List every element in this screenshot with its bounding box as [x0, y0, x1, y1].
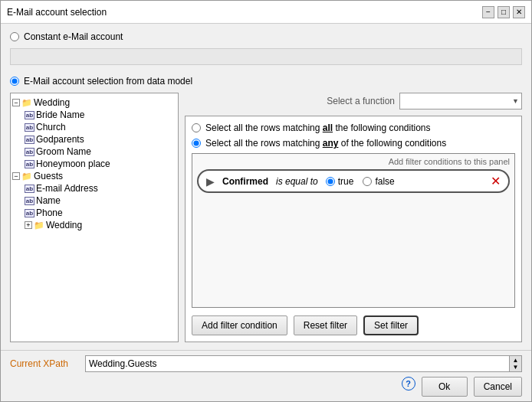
field-icon-name: ab: [25, 197, 34, 205]
filter-any-suffix: of the following conditions: [338, 138, 446, 149]
filter-all-highlight: all: [323, 123, 333, 133]
tree-item-name[interactable]: ab Name: [11, 194, 178, 207]
field-icon-bride: ab: [25, 111, 34, 119]
tree-item-godparents[interactable]: ab Godparents: [11, 133, 178, 145]
xpath-input[interactable]: [85, 355, 510, 372]
tree-item-email[interactable]: ab E-mail Address: [11, 182, 178, 194]
xpath-input-wrap: ▲ ▼: [85, 355, 522, 372]
filter-any-prefix: Select all the rows matching: [205, 138, 323, 149]
filter-all-radio[interactable]: [192, 123, 201, 132]
close-button[interactable]: ✕: [513, 6, 525, 18]
tree-label-honeymoon: Honeymoon place: [36, 159, 110, 169]
constant-email-input-box: [10, 48, 522, 65]
filter-all-label: Select all the rows matching all the fol…: [205, 123, 431, 133]
condition-row: ▶ Confirmed is equal to true fal: [197, 169, 510, 193]
tree-item-guests[interactable]: − 📁 Guests: [11, 170, 178, 182]
condition-false-label: false: [375, 176, 394, 187]
folder-icon-wedding: 📁: [21, 97, 32, 108]
main-content: Constant e-Mail account E-Mail account s…: [1, 24, 531, 350]
function-select-wrap: [399, 93, 522, 109]
condition-op: is equal to: [276, 176, 318, 187]
tree-label-godparents: Godparents: [36, 134, 84, 145]
cancel-button[interactable]: Cancel: [474, 377, 522, 397]
constant-email-row: Constant e-Mail account: [10, 31, 522, 42]
tree-item-church[interactable]: ab Church: [11, 121, 178, 133]
tree-panel[interactable]: − 📁 Wedding ab Bride Name ab Church ab: [10, 93, 179, 342]
condition-arrow-icon: ▶: [206, 175, 215, 188]
xpath-scroll[interactable]: ▲ ▼: [510, 355, 522, 372]
field-icon-email: ab: [25, 185, 34, 193]
scroll-down-icon[interactable]: ▼: [513, 364, 519, 371]
xpath-label: Current XPath: [10, 358, 79, 369]
constant-email-label: Constant e-Mail account: [24, 31, 123, 42]
model-email-row: E-Mail account selection from data model: [10, 76, 522, 87]
tree-item-wedding2[interactable]: + 📁 Wedding: [11, 219, 178, 231]
tree-label-groom: Groom Name: [36, 146, 91, 157]
main-window: E-Mail account selection − □ ✕ Constant …: [0, 0, 532, 402]
condition-false-radio[interactable]: [363, 177, 372, 186]
field-icon-godparents: ab: [25, 136, 34, 144]
expand-icon-wedding2[interactable]: +: [25, 221, 32, 229]
tree-item-wedding[interactable]: − 📁 Wedding: [11, 96, 178, 109]
tree-label-email: E-mail Address: [36, 183, 98, 194]
model-email-label: E-Mail account selection from data model: [24, 76, 192, 87]
function-select[interactable]: [399, 93, 522, 109]
condition-values: true false: [326, 176, 483, 187]
constant-email-radio[interactable]: [10, 32, 19, 41]
filter-panel: Select all the rows matching all the fol…: [185, 116, 522, 342]
condition-false-radio-wrap: false: [363, 176, 394, 187]
filter-all-suffix: the following conditions: [333, 123, 430, 133]
help-button[interactable]: ?: [402, 377, 415, 391]
set-filter-button[interactable]: Set filter: [363, 315, 419, 335]
ok-button[interactable]: Ok: [422, 377, 468, 397]
ok-cancel-row: ? Ok Cancel: [10, 377, 522, 397]
tree-item-bride[interactable]: ab Bride Name: [11, 109, 178, 121]
titlebar-buttons: − □ ✕: [482, 6, 525, 18]
bottom-bar: Current XPath ▲ ▼ ? Ok Cancel: [1, 350, 531, 401]
right-panel: Select a function Select all the rows ma…: [185, 93, 522, 342]
model-email-radio[interactable]: [10, 77, 19, 86]
tree-label-name: Name: [36, 195, 61, 206]
field-icon-church: ab: [25, 123, 34, 132]
folder-icon-wedding2: 📁: [34, 220, 44, 230]
main-area: − 📁 Wedding ab Bride Name ab Church ab: [10, 93, 522, 342]
expand-icon-wedding[interactable]: −: [12, 99, 20, 106]
tree-item-groom[interactable]: ab Groom Name: [11, 145, 178, 158]
field-icon-groom: ab: [25, 148, 34, 156]
condition-field: Confirmed: [222, 176, 268, 187]
tree-label-wedding2: Wedding: [46, 220, 82, 230]
titlebar: E-Mail account selection − □ ✕: [1, 1, 531, 24]
reset-filter-button[interactable]: Reset filter: [294, 315, 357, 335]
xpath-row: Current XPath ▲ ▼: [10, 355, 522, 372]
function-row: Select a function: [185, 93, 522, 109]
filter-conditions-label: Add filter conditions to this panel: [197, 157, 510, 166]
tree-label-phone: Phone: [36, 208, 63, 218]
condition-delete-button[interactable]: ✕: [491, 174, 501, 188]
condition-true-radio[interactable]: [326, 177, 335, 186]
window-title: E-Mail account selection: [7, 7, 107, 18]
filter-radio-any-row: Select all the rows matching any of the …: [192, 138, 515, 149]
expand-icon-guests[interactable]: −: [12, 172, 20, 180]
filter-any-highlight: any: [323, 138, 339, 149]
field-icon-honeymoon: ab: [25, 160, 34, 168]
tree-label-guests: Guests: [34, 171, 63, 181]
tree-item-honeymoon[interactable]: ab Honeymoon place: [11, 158, 178, 170]
filter-radio-all-row: Select all the rows matching all the fol…: [192, 123, 515, 133]
condition-true-radio-wrap: true: [326, 176, 354, 187]
add-filter-button[interactable]: Add filter condition: [192, 315, 287, 335]
filter-buttons: Add filter condition Reset filter Set fi…: [192, 315, 515, 335]
minimize-button[interactable]: −: [482, 6, 494, 18]
filter-any-radio[interactable]: [192, 139, 201, 148]
function-label: Select a function: [327, 96, 395, 106]
filter-all-prefix: Select all the rows matching: [205, 123, 323, 133]
field-icon-phone: ab: [25, 209, 34, 217]
maximize-button[interactable]: □: [498, 6, 510, 18]
tree-item-phone[interactable]: ab Phone: [11, 207, 178, 219]
condition-true-label: true: [338, 176, 354, 187]
tree-label-wedding: Wedding: [34, 97, 70, 108]
folder-icon-guests: 📁: [21, 171, 32, 181]
scroll-up-icon[interactable]: ▲: [513, 357, 519, 364]
filter-any-label: Select all the rows matching any of the …: [205, 138, 446, 149]
tree-label-bride: Bride Name: [36, 109, 84, 120]
tree-label-church: Church: [36, 122, 66, 132]
